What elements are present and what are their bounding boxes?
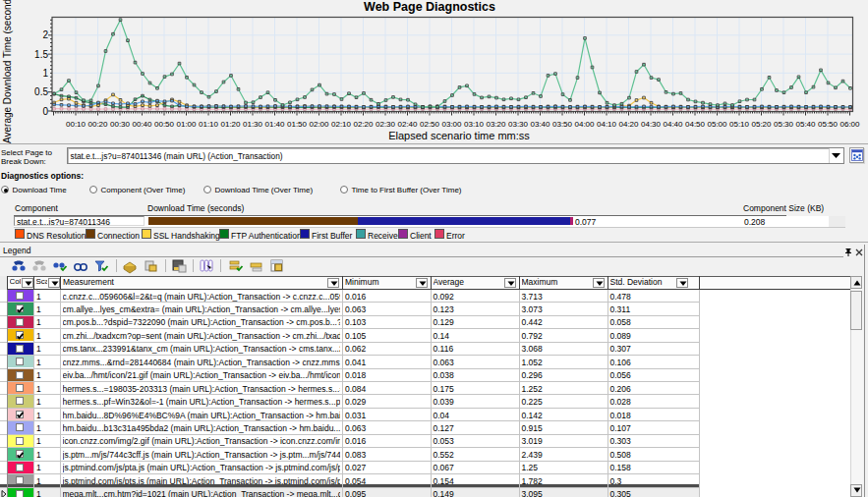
svg-text:0: 0: [42, 106, 48, 117]
svg-text:02:50: 02:50: [420, 120, 440, 129]
svg-text:05:20: 05:20: [751, 120, 772, 129]
svg-text:2: 2: [42, 29, 48, 40]
svg-text:02:10: 02:10: [331, 120, 352, 129]
svg-text:1: 1: [42, 68, 48, 79]
svg-text:00:20: 00:20: [87, 120, 108, 129]
svg-text:03:20: 03:20: [486, 120, 506, 129]
svg-text:03:40: 03:40: [530, 120, 550, 129]
svg-text:00:40: 00:40: [132, 120, 152, 129]
svg-text:0.5: 0.5: [34, 86, 48, 97]
svg-text:1.5: 1.5: [34, 49, 48, 60]
svg-text:04:00: 04:00: [574, 120, 595, 129]
svg-text:00:30: 00:30: [110, 120, 131, 129]
svg-text:01:20: 01:20: [220, 120, 241, 129]
svg-text:04:20: 04:20: [618, 120, 639, 129]
svg-text:00:10: 00:10: [66, 120, 87, 129]
svg-text:02:40: 02:40: [397, 120, 418, 129]
svg-text:03:00: 03:00: [441, 120, 462, 129]
svg-text:00:50: 00:50: [154, 120, 175, 129]
svg-text:06:00: 06:00: [839, 120, 860, 129]
svg-text:01:30: 01:30: [243, 120, 263, 129]
svg-text:05:30: 05:30: [774, 120, 794, 129]
svg-text:01:10: 01:10: [199, 120, 219, 129]
svg-text:02:20: 02:20: [353, 120, 374, 129]
svg-text:Average Download Time (seconds: Average Download Time (seconds): [2, 0, 13, 143]
svg-text:04:50: 04:50: [685, 120, 706, 129]
svg-text:02:30: 02:30: [376, 120, 396, 129]
svg-text:04:30: 04:30: [641, 120, 662, 129]
svg-text:03:10: 03:10: [464, 120, 485, 129]
svg-text:05:50: 05:50: [818, 120, 839, 129]
svg-text:02:00: 02:00: [309, 120, 329, 129]
svg-text:03:50: 03:50: [552, 120, 573, 129]
svg-text:01:40: 01:40: [264, 120, 285, 129]
svg-text:03:30: 03:30: [508, 120, 529, 129]
svg-text:Web Page Diagnostics: Web Page Diagnostics: [364, 0, 495, 14]
svg-text:05:40: 05:40: [795, 120, 816, 129]
svg-text:05:00: 05:00: [707, 120, 727, 129]
svg-text:01:50: 01:50: [287, 120, 308, 129]
svg-text:Elapsed scenario time mm:ss: Elapsed scenario time mm:ss: [388, 130, 530, 141]
svg-text:04:40: 04:40: [663, 120, 683, 129]
svg-text:04:10: 04:10: [597, 120, 617, 129]
svg-text:01:00: 01:00: [176, 120, 197, 129]
svg-text:05:10: 05:10: [729, 120, 750, 129]
